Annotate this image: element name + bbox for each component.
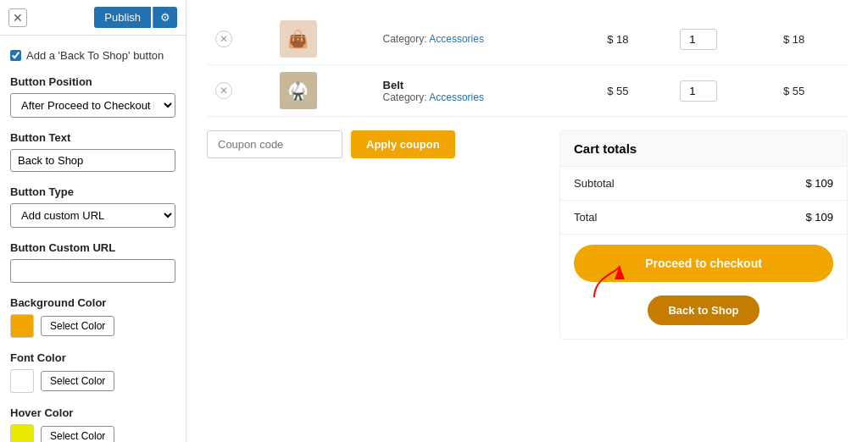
hover-color-btn[interactable]: Select Color: [41, 426, 114, 442]
button-custom-url-section: Button Custom URL: [10, 241, 175, 283]
panel-header: ✕ Publish ⚙: [0, 0, 186, 36]
close-button[interactable]: ✕: [8, 8, 27, 27]
product-price: $ 18: [598, 14, 671, 65]
button-text-input[interactable]: [10, 149, 175, 172]
background-color-swatch: [10, 314, 34, 338]
cart-totals-header: Cart totals: [560, 131, 847, 167]
quantity-input[interactable]: [680, 80, 717, 102]
product-thumbnail: 🥋: [280, 72, 317, 109]
total-value: $ 109: [805, 211, 833, 224]
button-position-section: Button Position After Proceed to Checkou…: [10, 75, 175, 118]
cart-totals-box: Cart totals Subtotal $ 109 Total $ 109 P…: [559, 130, 848, 340]
remove-item-button[interactable]: ✕: [215, 82, 232, 99]
background-color-btn[interactable]: Select Color: [41, 316, 114, 336]
product-name: Belt: [383, 79, 591, 91]
product-subtotal: $ 18: [775, 14, 848, 65]
background-color-row: Select Color: [10, 314, 175, 338]
subtotal-row: Subtotal $ 109: [560, 167, 847, 201]
hover-color-swatch: [10, 424, 34, 442]
back-to-shop-checkbox-row: Add a 'Back To Shop' button: [10, 49, 175, 62]
cart-table: ✕ 👜 Category: Accessories $ 18: [207, 14, 848, 117]
table-row: ✕ 🥋 Belt Category: Accessories $ 55: [207, 65, 848, 117]
button-custom-url-label: Button Custom URL: [10, 241, 175, 254]
cart-area: ✕ 👜 Category: Accessories $ 18: [186, 0, 868, 353]
product-thumbnail: 👜: [280, 20, 317, 58]
hover-color-section: Hover Color Select Color: [10, 406, 175, 442]
button-custom-url-input[interactable]: [10, 259, 175, 283]
button-type-select[interactable]: Add custom URL Homepage Shop page: [10, 203, 175, 228]
back-to-shop-wrapper: Back to Shop: [560, 292, 847, 339]
cart-left-column: Apply coupon: [207, 130, 542, 179]
back-to-shop-checkbox-label: Add a 'Back To Shop' button: [26, 49, 164, 62]
cart-totals-section: Cart totals Subtotal $ 109 Total $ 109 P…: [559, 130, 848, 340]
product-category: Category: Accessories: [383, 91, 591, 103]
arrow-annotation: [586, 259, 637, 301]
publish-button[interactable]: Publish: [94, 7, 151, 28]
back-to-shop-button[interactable]: Back to Shop: [648, 296, 759, 325]
hover-color-row: Select Color: [10, 424, 175, 442]
remove-item-button[interactable]: ✕: [215, 30, 232, 47]
product-subtotal: $ 55: [775, 65, 848, 117]
apply-coupon-button[interactable]: Apply coupon: [351, 130, 455, 158]
font-color-btn[interactable]: Select Color: [41, 371, 114, 391]
button-type-section: Button Type Add custom URL Homepage Shop…: [10, 185, 175, 228]
publish-group: Publish ⚙: [94, 7, 177, 28]
font-color-row: Select Color: [10, 369, 175, 393]
category-link[interactable]: Accessories: [429, 33, 484, 45]
coupon-row: Apply coupon: [207, 130, 542, 158]
cart-preview-panel: ✕ 👜 Category: Accessories $ 18: [186, 0, 868, 442]
button-position-label: Button Position: [10, 75, 175, 88]
category-link[interactable]: Accessories: [429, 91, 484, 103]
settings-panel: ✕ Publish ⚙ Add a 'Back To Shop' button …: [0, 0, 186, 442]
table-row: ✕ 👜 Category: Accessories $ 18: [207, 14, 848, 65]
quantity-input[interactable]: [680, 29, 717, 50]
button-text-section: Button Text: [10, 131, 175, 172]
font-color-section: Font Color Select Color: [10, 351, 175, 393]
publish-settings-button[interactable]: ⚙: [153, 7, 177, 28]
panel-body: Add a 'Back To Shop' button Button Posit…: [0, 36, 186, 442]
button-position-select[interactable]: After Proceed to Checkout button Before …: [10, 93, 175, 118]
background-color-label: Background Color: [10, 296, 175, 309]
font-color-swatch: [10, 369, 34, 393]
hover-color-label: Hover Color: [10, 406, 175, 419]
back-to-shop-checkbox[interactable]: [10, 50, 21, 61]
button-text-label: Button Text: [10, 131, 175, 144]
total-label: Total: [574, 211, 597, 224]
product-price: $ 55: [598, 65, 671, 117]
product-category: Category: Accessories: [383, 33, 591, 45]
button-type-label: Button Type: [10, 185, 175, 198]
coupon-code-input[interactable]: [207, 130, 342, 158]
subtotal-label: Subtotal: [574, 177, 615, 190]
total-row: Total $ 109: [560, 201, 847, 235]
subtotal-value: $ 109: [805, 177, 833, 190]
font-color-label: Font Color: [10, 351, 175, 364]
cart-bottom-section: Apply coupon Cart totals Subtotal $ 109 …: [207, 130, 848, 340]
background-color-section: Background Color Select Color: [10, 296, 175, 338]
